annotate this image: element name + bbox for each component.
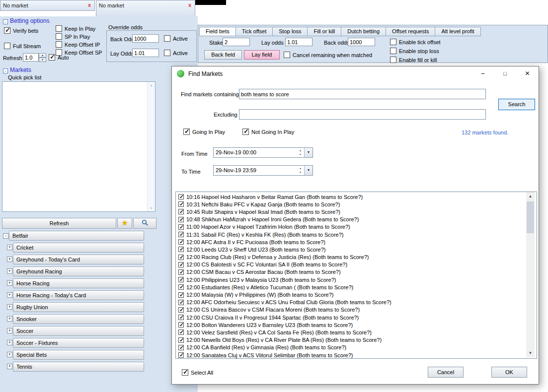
collapse-icon[interactable]: - bbox=[3, 68, 8, 73]
spinner-icon[interactable]: ▲▼ bbox=[297, 166, 304, 175]
market-row[interactable]: 12:00 Malaysia (W) v Philippines (W) (Bo… bbox=[176, 291, 537, 298]
market-checkbox[interactable] bbox=[178, 277, 184, 282]
search-markets-button[interactable] bbox=[133, 218, 157, 229]
back-odds-input[interactable] bbox=[132, 34, 159, 43]
search-button[interactable]: Search bbox=[498, 99, 535, 110]
spin-up-icon[interactable]: ▲ bbox=[39, 53, 46, 58]
expand-icon[interactable]: + bbox=[7, 280, 12, 286]
back-field-button[interactable]: Back field bbox=[204, 50, 242, 60]
market-checkbox[interactable] bbox=[178, 269, 184, 275]
full-stream-checkbox[interactable] bbox=[4, 43, 10, 49]
cancel-remaining-checkbox[interactable] bbox=[284, 52, 290, 58]
tab-close-icon[interactable]: x bbox=[188, 2, 191, 8]
market-checkbox[interactable] bbox=[178, 255, 184, 260]
market-row[interactable]: 12:00 CA Banfield (Res) v Gimnasia (Res)… bbox=[176, 344, 537, 351]
market-checkbox[interactable] bbox=[178, 201, 184, 207]
tree-root-expand-icon[interactable]: - bbox=[3, 233, 8, 239]
market-checkbox[interactable] bbox=[178, 292, 184, 298]
not-going-in-play-checkbox[interactable] bbox=[242, 129, 249, 135]
market-row[interactable]: 10:16 Hapoel Hod Hasharon v Beitar Ramat… bbox=[176, 193, 537, 200]
quick-pick-scrollbar[interactable]: ▲ ▼ bbox=[147, 82, 155, 211]
keep-in-play-checkbox[interactable] bbox=[56, 25, 62, 32]
field-tab[interactable]: Alt level profit bbox=[435, 27, 480, 36]
expand-icon[interactable]: + bbox=[7, 352, 12, 357]
tree-item[interactable]: Soccer - Fixtures bbox=[13, 338, 144, 348]
minimize-button[interactable]: − bbox=[471, 66, 494, 81]
market-row[interactable]: 11:00 Hapoel Azor v Hapoel Tzafririm Hol… bbox=[176, 223, 537, 231]
favourites-button[interactable]: ★ bbox=[117, 218, 132, 229]
auto-checkbox[interactable] bbox=[49, 54, 55, 61]
enable-stop-loss-checkbox[interactable] bbox=[390, 48, 396, 54]
ok-button[interactable]: OK bbox=[491, 367, 527, 378]
expand-icon[interactable]: + bbox=[7, 364, 12, 369]
market-row[interactable]: 12:00 CSU Craiova II v Progresul 1944 Sp… bbox=[176, 314, 537, 321]
enable-fill-or-kill-checkbox[interactable] bbox=[390, 57, 396, 63]
back-odds-active-checkbox[interactable] bbox=[164, 35, 170, 42]
market-checkbox[interactable] bbox=[178, 232, 184, 237]
field-tab[interactable]: Dutch betting bbox=[341, 27, 386, 36]
expand-icon[interactable]: + bbox=[7, 268, 12, 274]
dialog-titlebar[interactable]: Find Markets − □ ✕ bbox=[172, 66, 539, 81]
expand-icon[interactable]: + bbox=[7, 316, 12, 322]
find-markets-input[interactable] bbox=[239, 89, 486, 99]
market-checkbox[interactable] bbox=[178, 224, 184, 230]
market-row[interactable]: 10:31 Neftchi Baku PFC v Kapaz Ganja (Bo… bbox=[176, 200, 537, 208]
maximize-button[interactable]: □ bbox=[494, 66, 516, 81]
market-row[interactable]: 12:00 CSM Bacau v CS Aerostar Bacau (Bot… bbox=[176, 268, 537, 276]
refresh-interval-input[interactable] bbox=[23, 53, 39, 62]
market-checkbox[interactable] bbox=[178, 194, 184, 199]
sp-in-play-checkbox[interactable] bbox=[56, 33, 62, 40]
field-lay-odds-input[interactable] bbox=[285, 38, 313, 46]
market-checkbox[interactable] bbox=[178, 209, 184, 214]
market-checkbox[interactable] bbox=[178, 217, 184, 222]
lay-odds-active-checkbox[interactable] bbox=[164, 50, 170, 56]
market-checkbox[interactable] bbox=[178, 345, 184, 350]
tree-item[interactable]: Special Bets bbox=[13, 350, 144, 360]
select-all-checkbox[interactable] bbox=[182, 369, 188, 376]
expand-icon[interactable]: + bbox=[7, 245, 12, 250]
tree-item[interactable]: Soccer bbox=[13, 326, 144, 336]
market-row[interactable]: 12:00 Philippines U23 v Malaysia U23 (Bo… bbox=[176, 276, 537, 283]
tree-item[interactable]: Tennis bbox=[13, 362, 144, 372]
tree-root-betfair[interactable]: Betfair bbox=[9, 231, 144, 241]
field-tab[interactable]: Offset requests bbox=[386, 27, 435, 36]
from-time-picker[interactable]: 29-Nov-19 00:00 ▲▼ ▼ bbox=[213, 147, 313, 158]
field-tab[interactable]: Tick offset bbox=[236, 27, 273, 36]
tree-item[interactable]: Rugby Union bbox=[13, 302, 144, 312]
spin-up-icon[interactable]: ▲ bbox=[299, 148, 302, 152]
tree-item[interactable]: Greyhound Racing bbox=[13, 266, 144, 276]
market-checkbox[interactable] bbox=[178, 300, 184, 305]
expand-icon[interactable]: + bbox=[7, 304, 12, 310]
scroll-up-icon[interactable]: ▲ bbox=[148, 83, 155, 87]
spin-down-icon[interactable]: ▼ bbox=[39, 58, 46, 62]
spin-down-icon[interactable]: ▼ bbox=[299, 152, 302, 156]
market-row[interactable]: 12:00 Estudiantes (Res) v Atletico Tucum… bbox=[176, 283, 537, 291]
market-checkbox[interactable] bbox=[178, 337, 184, 343]
spin-up-icon[interactable]: ▲ bbox=[299, 166, 302, 170]
market-checkbox[interactable] bbox=[178, 262, 184, 267]
market-checkbox[interactable] bbox=[178, 307, 184, 313]
field-back-odds-input[interactable] bbox=[348, 38, 375, 46]
field-tab[interactable]: Field bets bbox=[199, 27, 236, 36]
spinner-icon[interactable]: ▲▼ bbox=[297, 148, 304, 157]
tree-item[interactable]: Cricket bbox=[13, 243, 144, 253]
stake-input[interactable] bbox=[223, 38, 250, 46]
going-in-play-checkbox[interactable] bbox=[183, 129, 190, 135]
excluding-input[interactable] bbox=[239, 109, 486, 120]
lay-field-button[interactable]: Lay field bbox=[244, 50, 280, 60]
tree-item[interactable]: Snooker bbox=[13, 314, 144, 324]
market-row[interactable]: 10:48 Shikhun HaMizrah v Hapoel Ironi Ge… bbox=[176, 216, 537, 223]
market-list[interactable]: 10:16 Hapoel Hod Hasharon v Beitar Ramat… bbox=[175, 192, 537, 359]
market-list-scrollbar[interactable]: ▲ ▼ bbox=[526, 192, 535, 357]
expand-icon[interactable]: + bbox=[7, 292, 12, 298]
spin-down-icon[interactable]: ▼ bbox=[299, 170, 302, 174]
refresh-button[interactable]: Refresh bbox=[2, 218, 116, 229]
collapse-icon[interactable]: - bbox=[3, 19, 8, 24]
tab-close-icon[interactable]: x bbox=[88, 2, 91, 8]
dropdown-arrow-icon[interactable]: ▼ bbox=[304, 148, 313, 157]
scroll-down-icon[interactable]: ▼ bbox=[148, 206, 155, 210]
expand-icon[interactable]: + bbox=[7, 257, 12, 262]
market-row[interactable]: 12:00 CS Balotesti v SC FC Voluntari SA … bbox=[176, 261, 537, 268]
market-checkbox[interactable] bbox=[178, 315, 184, 320]
scroll-up-icon[interactable]: ▲ bbox=[526, 194, 535, 198]
